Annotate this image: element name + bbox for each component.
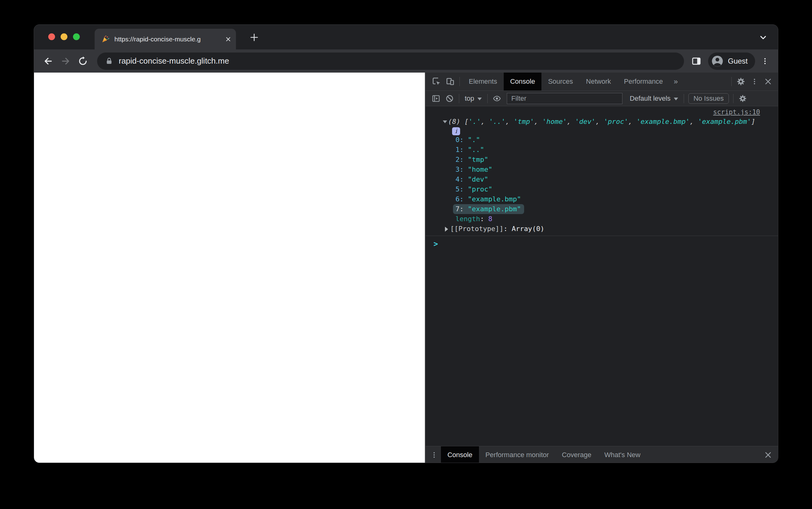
drawer-tabs: ConsolePerformance monitorCoverageWhat's… xyxy=(441,446,647,463)
avatar-icon xyxy=(711,54,724,68)
devtools-tab-network[interactable]: Network xyxy=(580,73,618,91)
devtools-tabbar: ElementsConsoleSourcesNetworkPerformance… xyxy=(426,73,778,91)
divider xyxy=(460,77,460,86)
window-controls xyxy=(48,33,80,40)
console-message: script.js:10 (8) ['.', '..', 'tmp', 'hom… xyxy=(426,106,778,236)
url-text: rapid-concise-muscle.glitch.me xyxy=(119,56,229,66)
devtools-tab-console[interactable]: Console xyxy=(504,73,542,91)
devtools-close-icon[interactable] xyxy=(761,75,775,88)
expand-triangle-icon[interactable] xyxy=(445,227,448,232)
array-item-row: 3: "home" xyxy=(426,165,778,174)
forward-button[interactable] xyxy=(58,54,73,69)
console-settings-gear-icon[interactable] xyxy=(736,92,750,105)
browser-window: https://rapid-concise-muscle.g xyxy=(34,24,778,463)
drawer-tab-coverage[interactable]: Coverage xyxy=(555,446,598,463)
browser-menu-icon[interactable] xyxy=(759,54,771,69)
array-preview-row: (8) ['.', '..', 'tmp', 'home', 'dev', 'p… xyxy=(426,117,778,127)
devtools-drawer: ConsolePerformance monitorCoverageWhat's… xyxy=(426,446,778,463)
array-items: 0: "."1: ".."2: "tmp"3: "home"4: "dev"5:… xyxy=(426,135,778,214)
info-badge-icon: i xyxy=(452,127,460,135)
minimize-window-button[interactable] xyxy=(61,33,67,40)
devtools-menu-icon[interactable] xyxy=(748,75,761,88)
prototype-value: Array(0) xyxy=(512,225,544,233)
highlighted-array-item: 7: "example.pbm" xyxy=(453,204,524,214)
context-selector[interactable]: top xyxy=(462,95,485,103)
drawer-close-icon[interactable] xyxy=(761,448,775,462)
drawer-tab-performance-monitor[interactable]: Performance monitor xyxy=(479,446,555,463)
console-prompt[interactable]: > xyxy=(426,236,778,250)
divider xyxy=(487,94,488,103)
more-tabs-icon[interactable]: » xyxy=(669,77,682,86)
array-item-row: 6: "example.bmp" xyxy=(426,194,778,204)
array-item-row: 2: "tmp" xyxy=(426,155,778,165)
console-toolbar: top Default levels No xyxy=(426,91,778,106)
profile-button[interactable]: Guest xyxy=(708,53,755,70)
tab-title: https://rapid-concise-muscle.g xyxy=(115,36,223,43)
array-length-row: length: 8 xyxy=(426,214,778,224)
zoom-window-button[interactable] xyxy=(73,33,80,40)
devtools-settings-gear-icon[interactable] xyxy=(734,75,748,88)
array-item-row: 7: "example.pbm" xyxy=(426,204,778,214)
console-messages: script.js:10 (8) ['.', '..', 'tmp', 'hom… xyxy=(426,106,778,446)
tab-strip: https://rapid-concise-muscle.g xyxy=(34,25,778,49)
collapse-triangle-icon[interactable] xyxy=(443,121,447,123)
drawer-tab-what-s-new[interactable]: What's New xyxy=(598,446,647,463)
array-item-row: 4: "dev" xyxy=(426,174,778,184)
length-value: 8 xyxy=(488,215,492,223)
devtools-tabbar-tabs: ElementsConsoleSourcesNetworkPerformance xyxy=(462,73,669,91)
prototype-label: [[Prototype]] xyxy=(450,225,503,233)
array-preview-text: (8) ['.', '..', 'tmp', 'home', 'dev', 'p… xyxy=(448,118,755,125)
array-item-row: 0: "." xyxy=(426,135,778,145)
divider xyxy=(459,94,459,103)
live-expression-eye-icon[interactable] xyxy=(490,92,504,105)
length-label: length xyxy=(456,215,480,223)
inspect-element-icon[interactable] xyxy=(430,75,443,88)
dropdown-arrow-icon xyxy=(674,98,678,100)
prompt-chevron-icon: > xyxy=(434,240,438,248)
back-button[interactable] xyxy=(41,54,56,69)
tab-search-chevron-icon[interactable] xyxy=(757,32,769,43)
divider xyxy=(733,94,733,103)
party-popper-favicon-icon xyxy=(101,35,110,44)
prototype-row: [[Prototype]]: Array(0) xyxy=(426,224,778,234)
drawer-menu-icon[interactable] xyxy=(427,448,441,462)
reload-button[interactable] xyxy=(75,54,90,69)
browser-toolbar: rapid-concise-muscle.glitch.me Guest xyxy=(34,49,778,73)
desktop-background: https://rapid-concise-muscle.g xyxy=(0,0,812,509)
tab-title-fade xyxy=(201,36,223,43)
close-window-button[interactable] xyxy=(48,33,55,40)
devtools-tab-sources[interactable]: Sources xyxy=(541,73,580,91)
console-sidebar-icon[interactable] xyxy=(429,92,443,105)
url-bar[interactable]: rapid-concise-muscle.glitch.me xyxy=(97,53,684,70)
profile-name: Guest xyxy=(728,57,748,66)
page-viewport xyxy=(34,73,425,463)
lock-icon xyxy=(105,57,113,65)
console-info-row: i xyxy=(426,127,778,135)
no-issues-button[interactable]: No Issues xyxy=(688,93,729,104)
devtools-tab-performance[interactable]: Performance xyxy=(618,73,669,91)
divider xyxy=(684,94,684,103)
array-item-row: 5: "proc" xyxy=(426,184,778,194)
device-toolbar-icon[interactable] xyxy=(443,75,457,88)
side-panel-icon[interactable] xyxy=(688,54,705,69)
dropdown-arrow-icon xyxy=(477,98,482,100)
log-levels-selector[interactable]: Default levels xyxy=(627,95,681,103)
array-item-row: 1: ".." xyxy=(426,145,778,155)
devtools-tab-elements[interactable]: Elements xyxy=(462,73,504,91)
divider xyxy=(731,77,731,86)
clear-console-icon[interactable] xyxy=(443,92,457,105)
new-tab-button[interactable] xyxy=(247,32,261,43)
drawer-tab-console[interactable]: Console xyxy=(441,446,479,463)
source-link[interactable]: script.js:10 xyxy=(713,108,760,116)
devtools-panel: ElementsConsoleSourcesNetworkPerformance… xyxy=(425,73,778,463)
tab-close-icon[interactable] xyxy=(225,36,231,43)
filter-input[interactable] xyxy=(507,93,622,104)
browser-tab[interactable]: https://rapid-concise-muscle.g xyxy=(95,29,236,49)
